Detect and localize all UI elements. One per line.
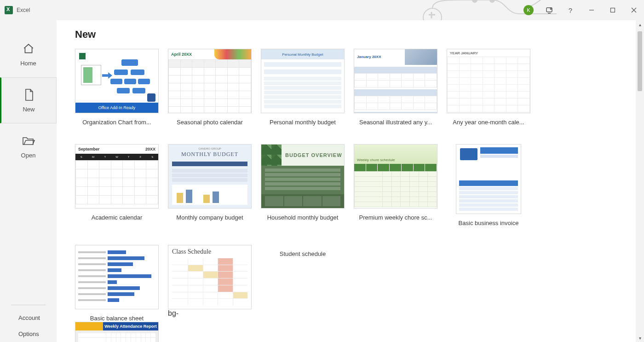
svg-rect-7: [611, 8, 615, 12]
window-minimize-button[interactable]: [581, 0, 602, 20]
template-thumbnail: CANDRO GROUP MONTHLY BUDGET: [168, 144, 252, 209]
template-caption: Basic balance sheet: [75, 315, 159, 322]
template-card[interactable]: BUDGET OVERVIEW Household monthly budget: [261, 144, 345, 226]
template-thumbnail: Weekly chore schedule: [354, 144, 437, 209]
window-maximize-button[interactable]: [603, 0, 623, 20]
template-caption: Premium weekly chore sc...: [354, 214, 437, 221]
template-thumbnail: Personal Monthly Budget: [261, 49, 345, 113]
template-caption: Seasonal photo calendar: [168, 119, 252, 126]
svg-point-2: [490, 0, 494, 2]
template-caption: Personal monthly budget: [261, 119, 345, 126]
title-bar: Excel K ?: [0, 0, 644, 20]
template-caption: Organization Chart from...: [75, 119, 159, 126]
template-caption: Seasonal illustrated any y...: [354, 119, 437, 126]
template-caption: Monthly company budget: [168, 214, 252, 221]
template-card[interactable]: Weekly chore schedule Premium weekl: [354, 144, 437, 226]
nav-home-label: Home: [20, 60, 36, 67]
window-close-button[interactable]: [624, 0, 644, 20]
template-thumbnail: Office Add-In Ready: [75, 49, 159, 113]
template-card[interactable]: Weekly Attendance Report: [75, 322, 159, 342]
template-thumbnail: [456, 144, 521, 214]
template-thumbnail: September20XX SMTWTFS: [75, 144, 159, 209]
template-caption: Any year one-month cale...: [447, 119, 530, 126]
template-thumbnail: [75, 245, 159, 309]
template-grid: Office Add-In Ready Organization Chart f…: [75, 49, 622, 322]
scroll-track[interactable]: [636, 29, 644, 334]
nav-open[interactable]: Open: [0, 123, 57, 169]
scroll-down-arrow-icon[interactable]: ▾: [636, 334, 644, 342]
template-caption: Basic business invoice: [447, 220, 530, 226]
template-caption: Household monthly budget: [261, 214, 345, 221]
nav-divider: [11, 305, 46, 305]
svg-point-1: [472, 0, 477, 2]
nav-new-label: New: [23, 106, 34, 113]
template-thumbnail: April 20XX: [168, 49, 252, 113]
nav-open-label: Open: [21, 152, 36, 159]
nav-home[interactable]: Home: [0, 31, 57, 77]
template-card[interactable]: CANDRO GROUP MONTHLY BUDGET Monthly comp…: [168, 144, 252, 226]
template-card[interactable]: Basic balance sheet: [75, 245, 159, 322]
template-thumbnail: Weekly Attendance Report: [75, 322, 159, 342]
template-card[interactable]: September20XX SMTWTFS Academic calendar: [75, 144, 159, 226]
open-folder-icon: [22, 134, 35, 147]
template-caption: Student schedule: [261, 250, 345, 322]
coming-soon-icon[interactable]: [539, 0, 559, 20]
nav-options[interactable]: Options: [0, 326, 57, 342]
account-avatar[interactable]: K: [523, 5, 534, 15]
template-card[interactable]: Basic business invoice: [447, 144, 530, 226]
app-title: Excel: [17, 7, 30, 13]
template-card[interactable]: April 20XX Seasonal photo calendar: [168, 49, 252, 126]
svg-point-5: [550, 8, 552, 10]
scroll-thumb[interactable]: [638, 31, 642, 91]
template-thumbnail: Class Schedule: [168, 245, 252, 309]
vertical-scrollbar[interactable]: ▴ ▾: [636, 20, 644, 342]
template-thumbnail: January 20XX: [354, 49, 437, 113]
template-thumbnail: BUDGET OVERVIEW: [261, 144, 345, 209]
home-icon: [22, 42, 35, 55]
template-caption: Academic calendar: [75, 214, 159, 221]
template-card[interactable]: Office Add-In Ready Organization Chart f…: [75, 49, 159, 126]
scroll-up-arrow-icon[interactable]: ▴: [636, 20, 644, 29]
new-document-icon: [23, 88, 35, 101]
nav-account[interactable]: Account: [0, 310, 57, 326]
template-thumbnail: YEAR JANUARY: [447, 49, 530, 113]
template-card[interactable]: January 20XX Seasonal illust: [354, 49, 437, 126]
backstage-nav: Home New Open Account Options: [0, 20, 57, 342]
page-title: New: [75, 29, 622, 41]
help-button[interactable]: ?: [560, 0, 581, 20]
main-panel: New: [57, 20, 636, 342]
template-card[interactable]: Class Schedule bg-: [168, 245, 252, 322]
template-card[interactable]: Personal Monthly Budget Personal monthly…: [261, 49, 345, 126]
excel-app-icon: [5, 6, 13, 14]
template-card[interactable]: YEAR JANUARY Any year one-month: [447, 49, 530, 126]
nav-new[interactable]: New: [0, 77, 57, 123]
